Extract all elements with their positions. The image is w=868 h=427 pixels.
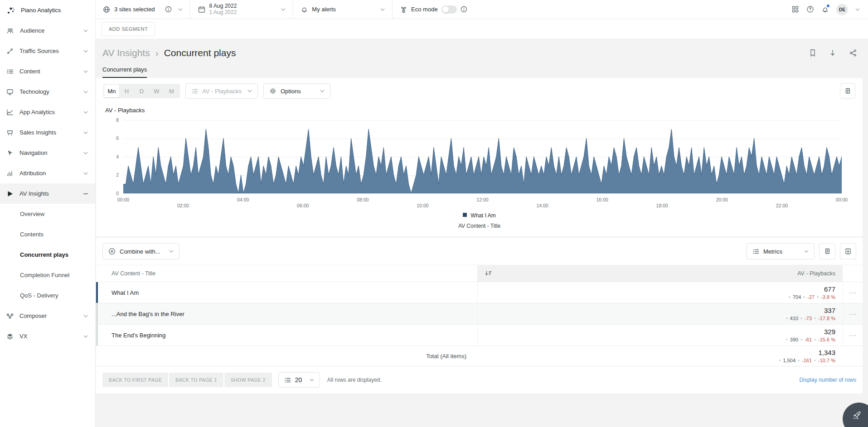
granularity-control: Mn H D W M (103, 84, 180, 98)
row-menu-button[interactable]: ··· (843, 282, 863, 303)
sidebar-item-composer[interactable]: Composer (0, 306, 95, 326)
combine-with-button[interactable]: Combine with... (102, 243, 179, 259)
x-axis-labels: 00:00 02:00 04:00 06:00 08:00 10:00 12:0… (123, 196, 842, 211)
value-pct: -3.8 % (821, 294, 835, 300)
bookmark-icon[interactable] (809, 49, 816, 57)
metric-value: 329 (478, 328, 835, 336)
sales-insights-icon (6, 129, 14, 136)
my-alerts-selector[interactable]: My alerts (293, 0, 393, 19)
metrics-select[interactable]: Metrics (747, 243, 815, 259)
table-header: AV Content - Title AV - Playbacks (96, 265, 863, 282)
back-to-page-1-button[interactable]: BACK TO PAGE 1 (169, 373, 223, 387)
metric-column-header[interactable]: AV - Playbacks (477, 265, 843, 282)
options-button[interactable]: Options (263, 83, 330, 99)
share-icon[interactable] (849, 49, 857, 57)
sidebar-item-av-insights[interactable]: AV Insights (0, 183, 95, 204)
tab-concurrent-plays[interactable]: Concurrent plays (102, 66, 147, 78)
granularity-day-button[interactable]: D (134, 85, 149, 97)
sort-desc-icon[interactable] (485, 270, 492, 277)
vx-layers-icon (6, 333, 14, 340)
table-row[interactable]: ...And the Bag's in the River 337 410-73… (96, 303, 863, 324)
site-selector[interactable]: 3 sites selected (95, 0, 190, 19)
table-row[interactable]: What I Am 677 704-27-3.8 % ··· (96, 282, 863, 303)
chart-metric-select[interactable]: AV - Playbacks (185, 83, 258, 99)
eco-mode-control: Eco mode (393, 0, 475, 19)
chevron-down-icon (83, 29, 88, 32)
app-name: Piano Analytics (21, 7, 61, 14)
technology-icon (6, 88, 14, 96)
chart-panel: Mn H D W M AV - Playbacks Options (96, 78, 863, 236)
sidebar-item-vx[interactable]: VX (0, 326, 95, 346)
chevron-down-icon (804, 250, 809, 253)
y-tick: 0 (107, 191, 119, 196)
segment-bar: ADD SEGMENT (95, 19, 868, 38)
sidebar-item-overview[interactable]: Overview (0, 204, 95, 224)
concurrent-plays-area-chart: 8 6 4 2 0 (123, 120, 842, 193)
sidebar-item-contents[interactable]: Contents (0, 224, 95, 245)
attribution-icon (6, 170, 14, 177)
metric-value: 337 (478, 307, 835, 314)
table-download-button[interactable] (840, 243, 856, 259)
date-range-start: 8 Aug 2022 (209, 3, 237, 10)
audience-icon (6, 27, 14, 34)
chevron-down-icon (178, 8, 183, 11)
sidebar-item-sales-insights[interactable]: Sales Insights (0, 122, 95, 143)
chart-legend[interactable]: What I Am (103, 212, 855, 219)
rows-per-page-select[interactable]: 20 (278, 372, 320, 388)
sidebar-item-qos-delivery[interactable]: QoS - Delivery (0, 285, 95, 306)
table-report-button[interactable] (819, 243, 835, 259)
help-icon[interactable] (806, 5, 814, 13)
list-icon (191, 88, 198, 95)
sidebar-item-content[interactable]: Content (0, 61, 95, 82)
sidebar-item-app-analytics[interactable]: App Analytics (0, 102, 95, 122)
topbar-right: DE (784, 0, 868, 19)
traffic-sources-icon (6, 48, 14, 55)
chart-export-button[interactable] (840, 83, 855, 99)
av-insights-play-icon (6, 190, 14, 197)
row-menu-button[interactable]: ··· (843, 303, 863, 324)
granularity-minute-button[interactable]: Mn (104, 85, 119, 97)
add-segment-button[interactable]: ADD SEGMENT (102, 22, 155, 36)
value-diff: -61 (805, 337, 812, 342)
legend-swatch (463, 213, 467, 217)
breadcrumb-section[interactable]: AV Insights (102, 48, 150, 58)
sidebar-item-attribution[interactable]: Attribution (0, 163, 95, 183)
sidebar-item-technology[interactable]: Technology (0, 82, 95, 102)
rows-status-text: All rows are displayed. (327, 377, 382, 383)
value-diff: -73 (805, 316, 812, 321)
sidebar-item-audience[interactable]: Audience (0, 20, 95, 41)
info-icon (461, 6, 467, 13)
table-row[interactable]: The End's Beginning 329 390-61-15.6 % ··… (96, 324, 863, 345)
display-number-of-rows-link[interactable]: Display number of rows (800, 377, 856, 383)
sidebar-item-traffic-sources[interactable]: Traffic Sources (0, 41, 95, 61)
row-title: What I Am (96, 289, 477, 296)
tab-bar: Concurrent plays (102, 66, 863, 78)
chevron-down-icon (320, 90, 325, 92)
user-avatar[interactable]: DE (836, 4, 848, 15)
download-icon[interactable] (829, 49, 836, 57)
apps-grid-icon[interactable] (791, 5, 799, 13)
row-menu-button[interactable]: ··· (843, 325, 863, 345)
back-to-first-page-button[interactable]: BACK TO FIRST PAGE (102, 373, 168, 387)
row-title: The End's Beginning (96, 332, 477, 339)
previous-value: 704 (793, 294, 801, 300)
sidebar-item-concurrent-plays[interactable]: Concurrent plays (0, 245, 95, 265)
y-tick: 8 (107, 117, 119, 123)
row-title: ...And the Bag's in the River (96, 311, 477, 317)
dimension-column-header[interactable]: AV Content - Title (96, 270, 477, 277)
total-label: Total (All items) (96, 353, 477, 360)
sidebar-item-completion-funnel[interactable]: Completion Funnel (0, 265, 95, 285)
granularity-month-button[interactable]: M (164, 85, 179, 97)
bell-icon (301, 5, 308, 13)
eco-mode-toggle[interactable] (441, 5, 457, 14)
app-logo[interactable]: Piano Analytics (0, 0, 95, 20)
sidebar-item-navigation[interactable]: Navigation (0, 143, 95, 163)
show-page-2-button[interactable]: SHOW PAGE 2 (224, 373, 272, 387)
notifications-bell-icon[interactable] (821, 5, 829, 13)
chevron-down-icon (247, 90, 252, 92)
composer-icon (6, 312, 14, 320)
granularity-week-button[interactable]: W (149, 85, 164, 97)
my-alerts-label: My alerts (312, 6, 336, 13)
date-range-picker[interactable]: 8 Aug 2022 1 Aug 2022 (190, 0, 294, 19)
granularity-hour-button[interactable]: H (119, 85, 134, 97)
